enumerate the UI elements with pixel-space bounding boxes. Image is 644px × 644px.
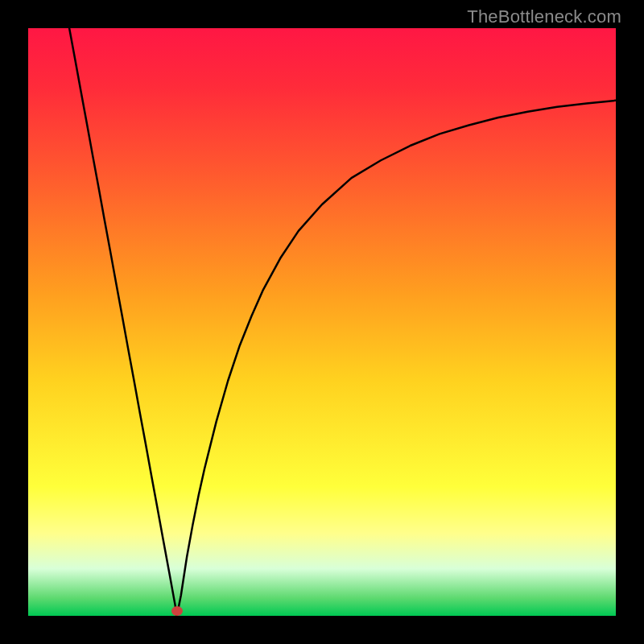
chart-frame (28, 28, 616, 616)
watermark-text: TheBottleneck.com (467, 6, 621, 27)
gradient-background (28, 28, 616, 616)
minimum-marker-dot (171, 606, 183, 616)
plot-area (28, 28, 616, 616)
